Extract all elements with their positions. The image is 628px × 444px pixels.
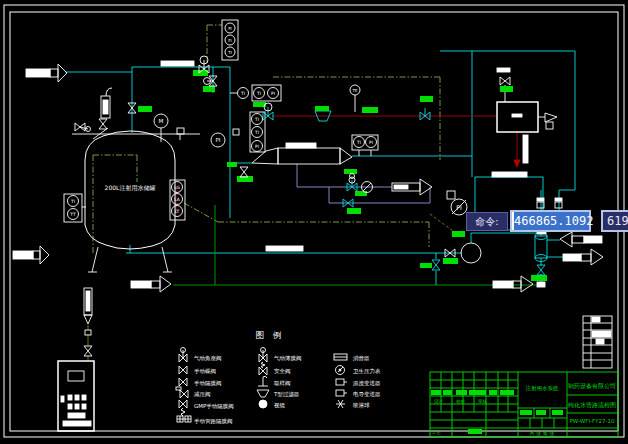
legend-label: 电导变送器	[353, 391, 381, 398]
rect-shape	[592, 331, 611, 337]
rect-shape	[68, 395, 72, 400]
rect-shape	[572, 236, 584, 243]
text-label: 图 例	[256, 330, 285, 340]
instrument-tag: PI	[228, 26, 232, 31]
legend-label: 取样阀	[274, 380, 291, 387]
rect-shape	[513, 281, 521, 288]
polygon-shape	[514, 160, 520, 167]
valve-icon	[184, 390, 188, 398]
rect-shape	[103, 100, 108, 114]
rect-shape	[394, 185, 408, 189]
rect-shape	[68, 371, 84, 381]
legend-label: 手动蝶阀	[194, 368, 216, 375]
rect-shape	[546, 122, 553, 129]
rect-shape	[50, 69, 58, 77]
cad-canvas[interactable]: PIFITITITIPITITIPIPITITTLGLALTTIPIMTEPI2…	[0, 0, 628, 444]
command-coordinate-input-secondary[interactable]: 619	[601, 210, 628, 232]
text-label: 工艺	[432, 429, 442, 435]
rect-shape	[563, 254, 581, 261]
rect-shape	[266, 246, 303, 251]
rect-shape	[315, 106, 329, 111]
rect-shape	[86, 291, 90, 311]
rect-shape	[500, 390, 514, 395]
valve-icon	[75, 123, 80, 131]
text-label: 200L注射用水储罐	[105, 184, 156, 192]
rect-shape	[75, 404, 79, 409]
legend-label: 视镜	[274, 402, 286, 409]
rect-shape	[138, 106, 152, 112]
legend-label: 温度变送器	[353, 380, 381, 387]
rect-shape	[555, 202, 562, 208]
rect-shape	[452, 231, 465, 237]
legend-label: GMP手动隔膜阀	[194, 403, 234, 410]
polygon-shape	[340, 148, 352, 164]
rect-shape	[33, 251, 40, 259]
rect-shape	[161, 61, 194, 66]
legend-label: 手动管路隔膜阀	[194, 418, 233, 425]
legend-label: 手动隔膜阀	[194, 380, 222, 387]
rect-shape	[131, 281, 151, 288]
legend-label: 消音器	[353, 355, 370, 362]
legend-label: T型过滤器	[273, 391, 300, 398]
rect-shape	[336, 390, 344, 396]
polygon-shape	[160, 276, 171, 292]
rect-shape	[497, 68, 510, 72]
rect-shape	[447, 191, 455, 199]
legend-label: 喷淋球	[353, 402, 370, 409]
rect-shape	[344, 169, 357, 174]
path-shape	[261, 362, 265, 368]
rect-shape	[512, 114, 522, 117]
valve-icon	[84, 351, 92, 356]
valve-icon	[263, 112, 268, 120]
polygon-shape	[545, 113, 557, 122]
valve-icon	[240, 167, 248, 172]
instrument-bubble	[461, 243, 481, 263]
valve-icon	[432, 265, 440, 270]
command-coordinate-value[interactable]: 466865.1092	[514, 212, 589, 230]
rect-shape	[552, 410, 563, 415]
rect-shape	[420, 96, 433, 102]
instrument-tag: TI	[227, 50, 232, 55]
rect-shape	[537, 198, 544, 201]
instrument-tag: PI	[255, 144, 259, 149]
polygon-shape	[84, 315, 92, 324]
rect-shape	[420, 263, 432, 268]
rect-shape	[61, 396, 64, 402]
rect-shape	[468, 429, 482, 434]
rect-shape	[82, 395, 86, 400]
title-block-role: 审核	[478, 399, 488, 404]
path-shape	[181, 408, 185, 416]
polygon-shape	[58, 64, 67, 82]
rect-shape	[82, 404, 86, 409]
valve-icon	[183, 366, 187, 374]
text-label: PW-WFI-FY27-10	[569, 418, 615, 424]
rect-shape	[68, 413, 85, 418]
rect-shape	[151, 281, 160, 288]
rect-shape	[531, 275, 547, 281]
rect-shape	[537, 282, 545, 287]
legend-label: 卫生压力表	[353, 368, 381, 374]
rect-shape	[203, 86, 215, 92]
rect-shape	[177, 128, 184, 134]
valve-icon	[84, 346, 92, 351]
rect-shape	[68, 404, 72, 409]
rect-shape	[431, 390, 441, 395]
path-shape	[106, 88, 112, 96]
instrument-tag: TE	[352, 88, 358, 93]
rect-shape	[493, 281, 513, 288]
command-coordinate-input[interactable]: 466865.1092	[510, 210, 591, 232]
rect-shape	[456, 390, 467, 395]
rect-shape	[592, 317, 600, 322]
rect-shape	[596, 339, 604, 344]
text-label: 纯化水管路流程图	[568, 401, 616, 409]
line-segment	[184, 203, 218, 222]
instrument-tag: M	[159, 118, 164, 124]
instrument-tag: PI	[369, 140, 373, 145]
rect-shape	[75, 395, 79, 400]
instrument-tag: TI	[70, 199, 75, 204]
command-prompt-label: 命令:	[466, 212, 508, 231]
rect-shape	[500, 86, 513, 92]
instrument-tag: TI	[254, 117, 259, 122]
path-shape	[263, 376, 267, 378]
valve-icon	[263, 354, 267, 362]
